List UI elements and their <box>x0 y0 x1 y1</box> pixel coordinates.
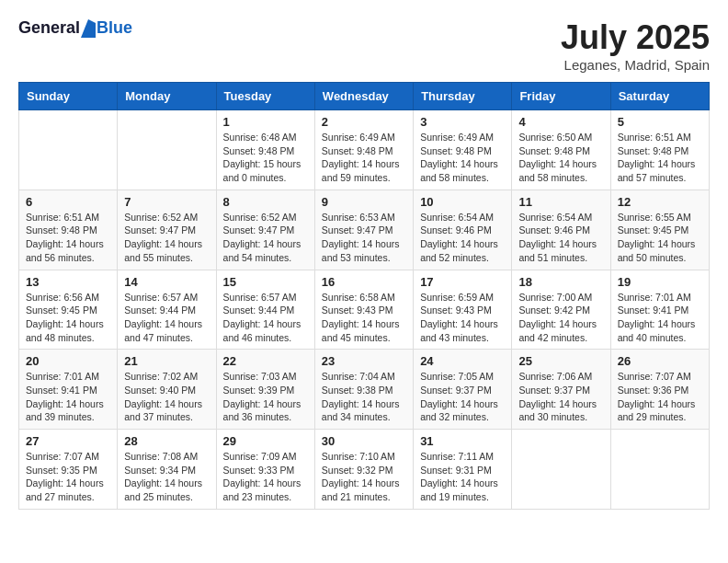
calendar-cell <box>610 430 709 510</box>
day-number: 22 <box>223 354 308 368</box>
calendar-cell: 9Sunrise: 6:53 AM Sunset: 9:47 PM Daylig… <box>314 190 413 270</box>
calendar-cell: 24Sunrise: 7:05 AM Sunset: 9:37 PM Dayli… <box>414 350 512 430</box>
cell-content: Sunrise: 7:09 AM Sunset: 9:33 PM Dayligh… <box>223 450 308 504</box>
cell-content: Sunrise: 7:05 AM Sunset: 9:37 PM Dayligh… <box>420 370 505 424</box>
day-number: 17 <box>420 275 505 289</box>
day-number: 1 <box>223 115 308 129</box>
day-number: 10 <box>420 195 505 209</box>
day-number: 24 <box>420 354 505 368</box>
day-number: 31 <box>420 434 505 448</box>
cell-content: Sunrise: 7:00 AM Sunset: 9:42 PM Dayligh… <box>518 291 603 345</box>
day-header-sunday: Sunday <box>19 83 118 110</box>
cell-content: Sunrise: 7:07 AM Sunset: 9:35 PM Dayligh… <box>26 450 110 504</box>
day-header-wednesday: Wednesday <box>314 83 413 110</box>
day-number: 14 <box>124 275 209 289</box>
cell-content: Sunrise: 6:50 AM Sunset: 9:48 PM Dayligh… <box>518 131 603 185</box>
calendar-cell <box>118 110 216 190</box>
cell-content: Sunrise: 6:48 AM Sunset: 9:48 PM Dayligh… <box>223 131 308 185</box>
logo: General Blue <box>18 18 132 38</box>
cell-content: Sunrise: 7:02 AM Sunset: 9:40 PM Dayligh… <box>124 370 209 424</box>
cell-content: Sunrise: 6:52 AM Sunset: 9:47 PM Dayligh… <box>223 211 308 265</box>
calendar-cell: 19Sunrise: 7:01 AM Sunset: 9:41 PM Dayli… <box>610 270 709 350</box>
calendar-cell: 7Sunrise: 6:52 AM Sunset: 9:47 PM Daylig… <box>118 190 216 270</box>
calendar-cell: 1Sunrise: 6:48 AM Sunset: 9:48 PM Daylig… <box>216 110 314 190</box>
day-number: 13 <box>26 275 110 289</box>
day-number: 23 <box>322 354 406 368</box>
day-number: 27 <box>26 434 110 448</box>
calendar-cell: 29Sunrise: 7:09 AM Sunset: 9:33 PM Dayli… <box>216 430 314 510</box>
cell-content: Sunrise: 7:01 AM Sunset: 9:41 PM Dayligh… <box>618 291 702 345</box>
calendar-cell <box>19 110 118 190</box>
calendar-table: SundayMondayTuesdayWednesdayThursdayFrid… <box>18 82 710 510</box>
cell-content: Sunrise: 6:59 AM Sunset: 9:43 PM Dayligh… <box>420 291 505 345</box>
day-number: 5 <box>618 115 702 129</box>
cell-content: Sunrise: 7:01 AM Sunset: 9:41 PM Dayligh… <box>26 370 110 424</box>
day-header-friday: Friday <box>512 83 610 110</box>
day-number: 21 <box>124 354 209 368</box>
cell-content: Sunrise: 6:54 AM Sunset: 9:46 PM Dayligh… <box>420 211 505 265</box>
cell-content: Sunrise: 6:58 AM Sunset: 9:43 PM Dayligh… <box>322 291 406 345</box>
day-number: 28 <box>124 434 209 448</box>
calendar-cell: 2Sunrise: 6:49 AM Sunset: 9:48 PM Daylig… <box>314 110 413 190</box>
calendar-cell: 8Sunrise: 6:52 AM Sunset: 9:47 PM Daylig… <box>216 190 314 270</box>
calendar-header-row: SundayMondayTuesdayWednesdayThursdayFrid… <box>19 83 710 110</box>
day-number: 8 <box>223 195 308 209</box>
calendar-cell: 31Sunrise: 7:11 AM Sunset: 9:31 PM Dayli… <box>414 430 512 510</box>
calendar-cell: 6Sunrise: 6:51 AM Sunset: 9:48 PM Daylig… <box>19 190 118 270</box>
title-section: July 2025 Leganes, Madrid, Spain <box>561 18 710 73</box>
cell-content: Sunrise: 6:57 AM Sunset: 9:44 PM Dayligh… <box>223 291 308 345</box>
day-number: 11 <box>518 195 603 209</box>
cell-content: Sunrise: 6:51 AM Sunset: 9:48 PM Dayligh… <box>26 211 110 265</box>
page-header: General Blue July 2025 Leganes, Madrid, … <box>18 18 710 73</box>
day-number: 18 <box>518 275 603 289</box>
cell-content: Sunrise: 6:57 AM Sunset: 9:44 PM Dayligh… <box>124 291 209 345</box>
calendar-cell: 28Sunrise: 7:08 AM Sunset: 9:34 PM Dayli… <box>118 430 216 510</box>
day-number: 2 <box>322 115 406 129</box>
calendar-cell: 15Sunrise: 6:57 AM Sunset: 9:44 PM Dayli… <box>216 270 314 350</box>
cell-content: Sunrise: 6:49 AM Sunset: 9:48 PM Dayligh… <box>420 131 505 185</box>
cell-content: Sunrise: 6:49 AM Sunset: 9:48 PM Dayligh… <box>322 131 406 185</box>
day-number: 3 <box>420 115 505 129</box>
month-title: July 2025 <box>561 18 710 57</box>
cell-content: Sunrise: 7:06 AM Sunset: 9:37 PM Dayligh… <box>518 370 603 424</box>
day-number: 9 <box>322 195 406 209</box>
day-header-monday: Monday <box>118 83 216 110</box>
calendar-cell: 14Sunrise: 6:57 AM Sunset: 9:44 PM Dayli… <box>118 270 216 350</box>
calendar-cell: 10Sunrise: 6:54 AM Sunset: 9:46 PM Dayli… <box>414 190 512 270</box>
calendar-cell: 17Sunrise: 6:59 AM Sunset: 9:43 PM Dayli… <box>414 270 512 350</box>
calendar-cell: 21Sunrise: 7:02 AM Sunset: 9:40 PM Dayli… <box>118 350 216 430</box>
calendar-cell: 30Sunrise: 7:10 AM Sunset: 9:32 PM Dayli… <box>314 430 413 510</box>
day-number: 30 <box>322 434 406 448</box>
day-number: 4 <box>518 115 603 129</box>
calendar-cell: 3Sunrise: 6:49 AM Sunset: 9:48 PM Daylig… <box>414 110 512 190</box>
calendar-cell: 18Sunrise: 7:00 AM Sunset: 9:42 PM Dayli… <box>512 270 610 350</box>
day-header-tuesday: Tuesday <box>216 83 314 110</box>
calendar-cell: 26Sunrise: 7:07 AM Sunset: 9:36 PM Dayli… <box>610 350 709 430</box>
day-number: 6 <box>26 195 110 209</box>
day-number: 15 <box>223 275 308 289</box>
cell-content: Sunrise: 7:08 AM Sunset: 9:34 PM Dayligh… <box>124 450 209 504</box>
cell-content: Sunrise: 7:03 AM Sunset: 9:39 PM Dayligh… <box>223 370 308 424</box>
calendar-cell: 12Sunrise: 6:55 AM Sunset: 9:45 PM Dayli… <box>610 190 709 270</box>
cell-content: Sunrise: 7:11 AM Sunset: 9:31 PM Dayligh… <box>420 450 505 504</box>
cell-content: Sunrise: 7:07 AM Sunset: 9:36 PM Dayligh… <box>618 370 702 424</box>
calendar-cell: 27Sunrise: 7:07 AM Sunset: 9:35 PM Dayli… <box>19 430 118 510</box>
calendar-cell: 13Sunrise: 6:56 AM Sunset: 9:45 PM Dayli… <box>19 270 118 350</box>
calendar-cell: 25Sunrise: 7:06 AM Sunset: 9:37 PM Dayli… <box>512 350 610 430</box>
day-number: 20 <box>26 354 110 368</box>
cell-content: Sunrise: 6:55 AM Sunset: 9:45 PM Dayligh… <box>618 211 702 265</box>
day-header-saturday: Saturday <box>610 83 709 110</box>
calendar-cell: 11Sunrise: 6:54 AM Sunset: 9:46 PM Dayli… <box>512 190 610 270</box>
logo-general: General <box>18 18 80 38</box>
cell-content: Sunrise: 6:51 AM Sunset: 9:48 PM Dayligh… <box>618 131 702 185</box>
logo-blue: Blue <box>97 18 132 38</box>
svg-marker-0 <box>81 19 96 38</box>
calendar-week-row: 13Sunrise: 6:56 AM Sunset: 9:45 PM Dayli… <box>19 270 710 350</box>
cell-content: Sunrise: 6:54 AM Sunset: 9:46 PM Dayligh… <box>518 211 603 265</box>
day-number: 16 <box>322 275 406 289</box>
calendar-cell: 23Sunrise: 7:04 AM Sunset: 9:38 PM Dayli… <box>314 350 413 430</box>
day-number: 7 <box>124 195 209 209</box>
day-number: 29 <box>223 434 308 448</box>
calendar-week-row: 27Sunrise: 7:07 AM Sunset: 9:35 PM Dayli… <box>19 430 710 510</box>
day-number: 26 <box>618 354 702 368</box>
